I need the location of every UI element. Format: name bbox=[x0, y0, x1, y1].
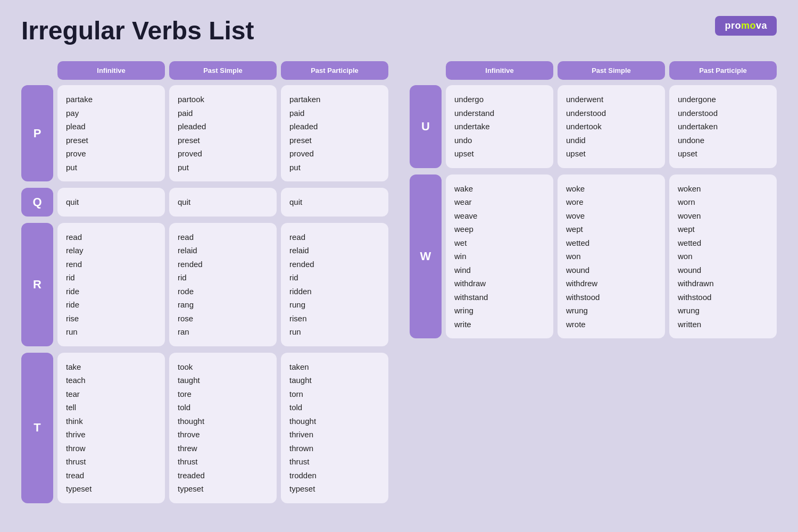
infinitive-cell: wake wear weave weep wet win wind withdr… bbox=[446, 174, 553, 339]
past-participle-cell: woken worn woven wept wetted won wound w… bbox=[669, 174, 777, 339]
table-row: Qquitquitquit bbox=[21, 188, 388, 217]
letter-cell: R bbox=[21, 223, 53, 346]
right-rows: Uundergo understand undertake undo upset… bbox=[410, 85, 777, 345]
right-column: Infinitive Past Simple Past Participle U… bbox=[410, 61, 777, 510]
past-simple-cell: partook paid pleaded preset proved put bbox=[169, 85, 277, 181]
past-participle-cell: undergone understood undertaken undone u… bbox=[669, 85, 777, 168]
main-grid: Infinitive Past Simple Past Participle P… bbox=[21, 61, 777, 510]
letter-cell: P bbox=[21, 85, 53, 181]
left-header-past-participle: Past Participle bbox=[281, 61, 388, 80]
page-header: Irregular Verbs List promova bbox=[21, 16, 777, 45]
right-column-header: Infinitive Past Simple Past Participle bbox=[410, 61, 777, 80]
table-row: Ppartake pay plead preset prove putparto… bbox=[21, 85, 388, 181]
infinitive-cell: take teach tear tell think thrive throw … bbox=[57, 353, 165, 503]
letter-cell: U bbox=[410, 85, 442, 168]
infinitive-cell: quit bbox=[57, 188, 165, 217]
letter-cell: W bbox=[410, 174, 442, 339]
past-participle-cell: taken taught torn told thought thriven t… bbox=[281, 353, 388, 503]
infinitive-cell: read relay rend rid ride ride rise run bbox=[57, 223, 165, 346]
infinitive-cell: undergo understand undertake undo upset bbox=[446, 85, 553, 168]
past-participle-cell: read relaid rended rid ridden rung risen… bbox=[281, 223, 388, 346]
past-simple-cell: underwent understood undertook undid ups… bbox=[558, 85, 665, 168]
right-header-past-simple: Past Simple bbox=[558, 61, 665, 80]
past-simple-cell: took taught tore told thought throve thr… bbox=[169, 353, 277, 503]
past-simple-cell: quit bbox=[169, 188, 277, 217]
left-column: Infinitive Past Simple Past Participle P… bbox=[21, 61, 388, 510]
past-simple-cell: read relaid rended rid rode rang rose ra… bbox=[169, 223, 277, 346]
logo-text: promova bbox=[725, 20, 767, 31]
right-header-past-participle: Past Participle bbox=[669, 61, 777, 80]
page-title: Irregular Verbs List bbox=[21, 16, 254, 45]
letter-cell: Q bbox=[21, 188, 53, 217]
left-header-past-simple: Past Simple bbox=[169, 61, 277, 80]
infinitive-cell: partake pay plead preset prove put bbox=[57, 85, 165, 181]
logo: promova bbox=[715, 16, 777, 36]
table-row: Rread relay rend rid ride ride rise runr… bbox=[21, 223, 388, 346]
right-header-infinitive: Infinitive bbox=[446, 61, 553, 80]
table-row: Uundergo understand undertake undo upset… bbox=[410, 85, 777, 168]
table-row: Ttake teach tear tell think thrive throw… bbox=[21, 353, 388, 503]
past-participle-cell: quit bbox=[281, 188, 388, 217]
past-simple-cell: woke wore wove wept wetted won wound wit… bbox=[558, 174, 665, 339]
left-header-infinitive: Infinitive bbox=[57, 61, 165, 80]
table-row: Wwake wear weave weep wet win wind withd… bbox=[410, 174, 777, 339]
left-rows: Ppartake pay plead preset prove putparto… bbox=[21, 85, 388, 510]
letter-cell: T bbox=[21, 353, 53, 503]
past-participle-cell: partaken paid pleaded preset proved put bbox=[281, 85, 388, 181]
left-column-header: Infinitive Past Simple Past Participle bbox=[21, 61, 388, 80]
